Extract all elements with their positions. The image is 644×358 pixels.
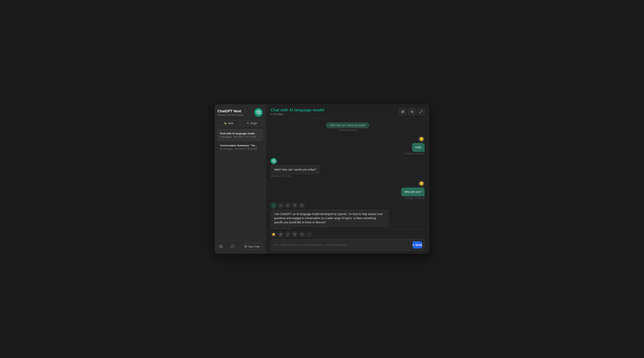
tab-plugin-label: Plugin	[250, 122, 257, 125]
chat-title-prefix: Chat with	[270, 108, 289, 112]
copy-message-button[interactable]	[299, 202, 305, 208]
pin-icon	[294, 204, 296, 207]
sidebar-tabs: 🎭 Mask 🔌 Plugin	[218, 120, 263, 126]
info-icon	[231, 245, 234, 248]
sidebar-footer: New Chat	[218, 241, 263, 250]
expand-icon	[420, 110, 422, 113]
contextual-prompt-bubble: Hello! How can I assist you today? Conte…	[326, 122, 369, 131]
chat-item-title: Chat with AI language model	[220, 132, 260, 135]
ai-avatar	[270, 158, 277, 164]
message-row: 😊 Hello 9/17/2023, 7:37:20 PM	[270, 136, 424, 155]
chat-input[interactable]	[273, 243, 410, 246]
message-row: 😊 Who are you? 9/17/2023, 7:37:26 PM	[270, 180, 424, 199]
chat-header-info: Chat with AI language model 4 messages	[270, 108, 324, 116]
messages-area: Hello! How can I assist you today? Conte…	[266, 118, 429, 229]
input-row: Send	[270, 239, 424, 251]
attach-toolbar-button[interactable]	[278, 231, 284, 237]
message-bubble: Who are you?	[401, 187, 424, 196]
plus-icon	[244, 245, 247, 248]
contextual-prompt-label: Contextual Prompt	[326, 129, 369, 131]
input-toolbar: 😊	[270, 231, 424, 237]
chat-item-timestamp: 9/17/2023, 7:30:45 PM	[235, 148, 256, 150]
tab-plugin[interactable]: 🔌 Plugin	[241, 120, 263, 126]
message-bubble: Hello	[412, 143, 424, 152]
message-row: Hello! How can I assist you today? 9/17/…	[270, 158, 424, 177]
chat-item-title: Conversation Summary: "Un...	[220, 144, 260, 147]
more-icon	[308, 233, 310, 236]
link-toolbar-button[interactable]	[285, 231, 291, 237]
brand: ChatGPT Next Build your own AI assistant…	[218, 109, 244, 116]
openai-logo-icon	[256, 110, 261, 115]
image-toolbar-button[interactable]	[292, 231, 298, 237]
info-icon-button[interactable]	[229, 243, 236, 250]
message-content: Hello! How can I assist you today?	[274, 168, 316, 171]
list-item[interactable]: Chat with AI language model 4 messages 9…	[218, 129, 263, 141]
chat-main: Chat with AI language model 4 messages	[266, 104, 429, 254]
message-timestamp: 9/17/2023, 7:37:20 PM	[270, 175, 290, 177]
svg-line-13	[420, 112, 420, 113]
chat-item-timestamp: 9/17/2023, 7:37:27 PM	[234, 136, 256, 138]
new-chat-label: New Chat	[248, 245, 260, 248]
refresh-icon	[280, 204, 282, 207]
message-bubble: I am ChatGPT, an AI language model devel…	[270, 209, 389, 227]
contextual-prompt-text: Hello! How can I assist you today?	[330, 124, 366, 127]
file-icon	[301, 233, 303, 236]
edit-icon	[401, 110, 404, 113]
svg-point-7	[412, 110, 413, 111]
paperclip-icon	[280, 233, 282, 236]
chat-item-meta: 4 messages 9/17/2023, 7:37:27 PM	[220, 136, 260, 138]
svg-point-9	[412, 112, 413, 113]
user-avatar: 😊	[418, 180, 424, 187]
chat-title: Chat with AI language model	[270, 108, 324, 112]
share-icon	[410, 110, 414, 113]
svg-point-8	[410, 111, 412, 112]
message-actions	[270, 202, 305, 208]
brand-subtitle: Build your own AI assistant.	[218, 114, 244, 116]
svg-rect-15	[302, 205, 303, 206]
delete-icon	[286, 204, 289, 207]
send-icon	[412, 243, 414, 246]
tab-mask-label: Mask	[228, 122, 234, 125]
ai-logo-icon	[272, 159, 276, 163]
image-icon	[294, 233, 296, 236]
edit-message-icon	[272, 204, 275, 207]
message-timestamp: 9/17/2023, 7:37:26 PM	[405, 197, 424, 199]
new-chat-button[interactable]: New Chat	[241, 243, 263, 250]
chat-item-messages: 32 messages	[220, 148, 233, 150]
user-avatar: 😊	[418, 136, 424, 142]
mask-icon: 🎭	[224, 122, 227, 125]
file-toolbar-button[interactable]	[299, 231, 305, 237]
message-row: I am ChatGPT, an AI language model devel…	[270, 202, 424, 229]
svg-line-11	[412, 111, 412, 111]
delete-message-button[interactable]	[285, 202, 291, 208]
settings-icon-button[interactable]	[218, 243, 224, 250]
contextual-prompt-area: Hello! How can I assist you today? Conte…	[270, 122, 424, 131]
chat-header-actions	[399, 108, 424, 116]
list-item[interactable]: Conversation Summary: "Un... 32 messages…	[218, 142, 263, 153]
tab-mask[interactable]: 🎭 Mask	[218, 120, 240, 126]
brand-title: ChatGPT Next	[218, 109, 244, 113]
svg-point-0	[220, 246, 221, 247]
chat-list: Chat with AI language model 4 messages 9…	[218, 129, 263, 239]
pin-message-button[interactable]	[292, 202, 298, 208]
message-content: Hello	[415, 146, 422, 149]
svg-point-17	[294, 234, 295, 234]
edit-button[interactable]	[399, 108, 406, 116]
chat-header: Chat with AI language model 4 messages	[266, 104, 429, 118]
message-bubble: Hello! How can I assist you today?	[270, 165, 320, 174]
edit-message-button[interactable]	[270, 202, 276, 208]
send-button[interactable]: Send	[412, 241, 422, 248]
expand-button[interactable]	[417, 108, 424, 116]
sidebar: ChatGPT Next Build your own AI assistant…	[215, 104, 266, 254]
more-toolbar-button[interactable]	[306, 231, 312, 237]
share-button[interactable]	[408, 108, 416, 116]
chat-item-meta: 32 messages 9/17/2023, 7:30:45 PM	[220, 148, 260, 150]
emoji-toolbar-button[interactable]: 😊	[270, 231, 276, 237]
plugin-icon: 🔌	[246, 122, 250, 125]
chat-message-count: 4 messages	[270, 113, 324, 116]
input-area: 😊	[266, 229, 429, 254]
send-label: Send	[415, 243, 422, 246]
sidebar-header: ChatGPT Next Build your own AI assistant…	[218, 108, 263, 117]
link-icon	[286, 233, 289, 236]
retry-message-button[interactable]	[278, 202, 284, 208]
